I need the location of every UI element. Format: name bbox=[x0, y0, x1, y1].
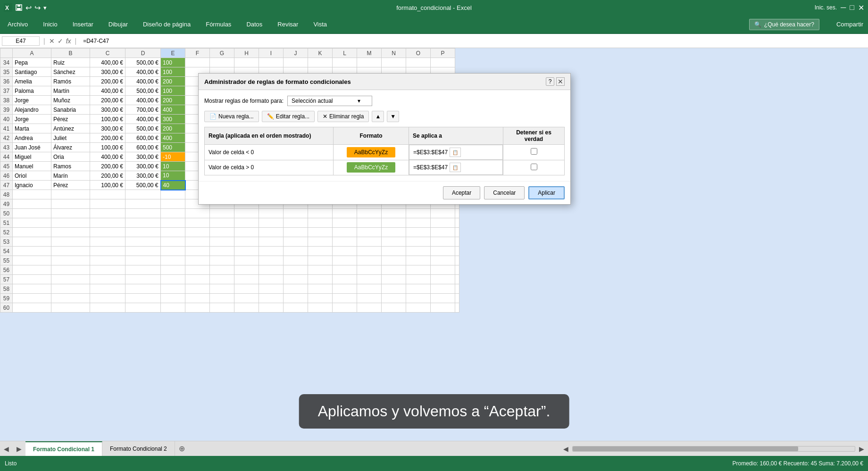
rules-dropdown[interactable]: Selección actual ▾ bbox=[287, 96, 372, 106]
rule-row-1: Valor de celda < 0 AaBbCcYyZz =$E$3:$E$4… bbox=[205, 145, 565, 160]
dialog-footer: Aceptar Cancelar Aplicar bbox=[199, 181, 570, 204]
delete-rule-icon: ✕ bbox=[323, 113, 327, 120]
show-rules-label: Mostrar reglas de formato para: bbox=[204, 98, 284, 104]
cancel-btn[interactable]: Cancelar bbox=[484, 186, 525, 199]
rule-condition-1[interactable]: Valor de celda < 0 bbox=[205, 145, 334, 160]
applies-to-selector-1[interactable]: 📋 bbox=[450, 148, 461, 157]
dialog-titlebar: Administrador de reglas de formato condi… bbox=[199, 74, 570, 90]
conditional-format-dialog: Administrador de reglas de formato condi… bbox=[198, 73, 571, 205]
rule-row-2: Valor de celda > 0 AaBbCcYyZz =$E$3:$E$4… bbox=[205, 160, 565, 175]
col-rule: Regla (aplicada en el orden mostrado) bbox=[205, 127, 334, 145]
move-down-btn[interactable]: ▼ bbox=[387, 111, 399, 122]
rule-format-2: AaBbCcYyZz bbox=[334, 160, 409, 175]
annotation-text: Aplicamos y volvemos a “Aceptar”. bbox=[299, 394, 569, 429]
rule-stop-1 bbox=[503, 145, 565, 160]
dialog-help-btn[interactable]: ? bbox=[546, 77, 554, 86]
delete-rule-btn[interactable]: ✕ Eliminar regla bbox=[317, 111, 369, 122]
move-up-btn[interactable]: ▲ bbox=[372, 111, 384, 122]
show-rules-row: Mostrar reglas de formato para: Selecció… bbox=[204, 96, 565, 106]
col-applies-to: Se aplica a bbox=[409, 127, 503, 145]
dropdown-value: Selección actual bbox=[292, 98, 333, 104]
rule-condition-2[interactable]: Valor de celda > 0 bbox=[205, 160, 334, 175]
new-rule-btn[interactable]: 📄 Nueva regla... bbox=[204, 111, 259, 122]
new-rule-icon: 📄 bbox=[209, 113, 217, 120]
chevron-down-icon: ▾ bbox=[358, 98, 360, 104]
dialog-controls: ? ✕ bbox=[546, 77, 565, 86]
rule-format-1: AaBbCcYyZz bbox=[334, 145, 409, 160]
format-preview-2[interactable]: AaBbCcYyZz bbox=[347, 162, 395, 173]
rule-applies-1: =$E$3:$E$47 📋 bbox=[409, 145, 503, 160]
apply-btn[interactable]: Aplicar bbox=[528, 186, 565, 199]
format-preview-1[interactable]: AaBbCcYyZz bbox=[347, 147, 395, 157]
dialog-close-btn[interactable]: ✕ bbox=[556, 77, 565, 86]
stop-checkbox-2[interactable] bbox=[531, 164, 537, 170]
edit-rule-icon: ✏️ bbox=[267, 113, 274, 120]
edit-rule-btn[interactable]: ✏️ Editar regla... bbox=[262, 111, 315, 122]
dialog-title: Administrador de reglas de formato condi… bbox=[204, 78, 351, 85]
rules-table: Regla (aplicada en el orden mostrado) Fo… bbox=[204, 127, 565, 175]
dialog-body: Mostrar reglas de formato para: Selecció… bbox=[199, 90, 570, 181]
col-stop: Detener si es verdad bbox=[503, 127, 565, 145]
applies-to-selector-2[interactable]: 📋 bbox=[450, 163, 461, 172]
stop-checkbox-1[interactable] bbox=[531, 148, 537, 155]
accept-btn[interactable]: Aceptar bbox=[443, 186, 480, 199]
rule-stop-2 bbox=[503, 160, 565, 175]
col-format: Formato bbox=[334, 127, 409, 145]
dialog-toolbar: 📄 Nueva regla... ✏️ Editar regla... ✕ El… bbox=[204, 111, 565, 122]
rule-applies-2: =$E$3:$E$47 📋 bbox=[409, 160, 503, 175]
